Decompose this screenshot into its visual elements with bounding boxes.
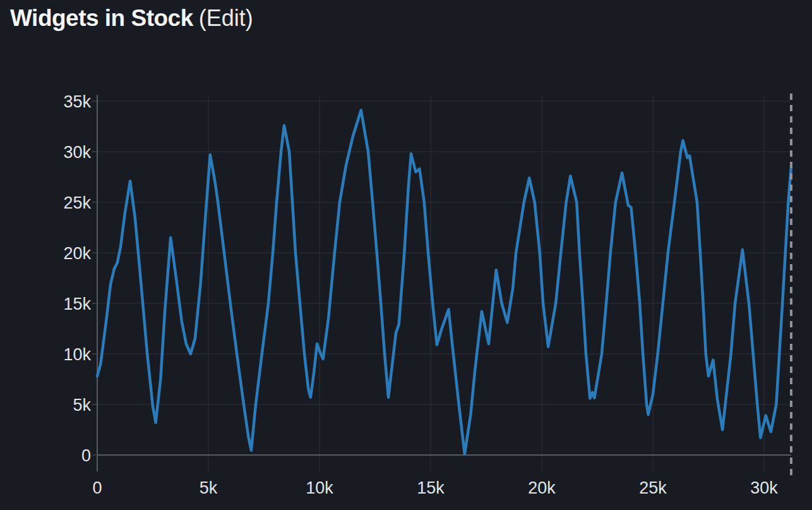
x-axis-label: 10k [306, 478, 333, 497]
y-axis-label: 35k [63, 92, 91, 111]
panel-header: Widgets in Stock(Edit) [10, 5, 253, 32]
y-axis-label: 20k [63, 244, 91, 263]
x-axis-label: 30k [750, 478, 778, 497]
y-axis-label: 25k [63, 193, 91, 212]
y-axis-label: 10k [63, 345, 91, 364]
x-axis-label: 0 [92, 478, 102, 497]
x-axis-label: 25k [639, 478, 667, 497]
y-axis-label: 15k [63, 294, 91, 313]
x-axis-label: 15k [417, 478, 445, 497]
series-line [97, 110, 791, 454]
y-axis-label: 0 [81, 446, 91, 465]
chart-panel: Widgets in Stock(Edit) 05k10k15k20k25k30… [0, 0, 812, 510]
y-axis-label: 30k [63, 143, 91, 162]
x-axis-label: 5k [200, 478, 218, 497]
y-axis-label: 5k [73, 396, 91, 415]
edit-link[interactable]: (Edit) [199, 5, 253, 31]
x-axis-label: 20k [528, 478, 556, 497]
page-title: Widgets in Stock [10, 5, 193, 31]
line-chart[interactable]: 05k10k15k20k25k30k35k05k10k15k20k25k30k [0, 0, 812, 510]
